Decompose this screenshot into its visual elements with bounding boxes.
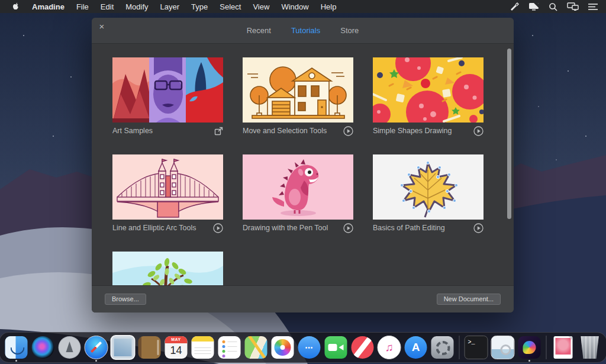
simple-shapes-thumbnail[interactable] bbox=[373, 57, 483, 123]
card-pen-tool[interactable]: Drawing with the Pen Tool bbox=[243, 154, 353, 236]
siri-app-icon bbox=[32, 336, 54, 359]
dock-itunes-icon[interactable]: ♫ bbox=[378, 333, 401, 362]
card-title: Drawing with the Pen Tool bbox=[243, 224, 328, 232]
tab-recent[interactable]: Recent bbox=[247, 26, 271, 35]
dock-notes-icon[interactable] bbox=[191, 333, 215, 362]
dock-news-icon[interactable] bbox=[351, 333, 375, 362]
amadine-app-icon bbox=[518, 336, 541, 359]
facetime-app-icon bbox=[325, 336, 347, 359]
play-icon[interactable] bbox=[213, 223, 223, 233]
play-icon[interactable] bbox=[343, 126, 353, 136]
dock: MAY14•••♫A>_ bbox=[0, 332, 606, 363]
external-link-icon[interactable] bbox=[214, 127, 223, 136]
tutorials-panel: Art Samples bbox=[92, 44, 514, 285]
scrollbar-thumb[interactable] bbox=[507, 49, 511, 219]
menu-help[interactable]: Help bbox=[315, 2, 343, 11]
maps-app-icon bbox=[245, 336, 267, 359]
dock-items: MAY14•••♫A>_ bbox=[5, 333, 602, 362]
line-arc-thumbnail[interactable] bbox=[112, 154, 223, 220]
menu-file[interactable]: File bbox=[70, 2, 95, 11]
messages-app-icon: ••• bbox=[298, 336, 321, 359]
dock-settings-icon[interactable] bbox=[431, 333, 454, 362]
pen-tablet-icon[interactable] bbox=[510, 2, 519, 11]
card-move-selection[interactable]: Move and Selection Tools bbox=[243, 57, 353, 139]
card-path-editing[interactable]: Basics of Path Editing bbox=[373, 154, 483, 236]
card-simple-shapes[interactable]: Simple Shapes Drawing bbox=[373, 57, 483, 139]
notes-app-icon bbox=[192, 336, 214, 359]
itunes-app-icon: ♫ bbox=[378, 336, 401, 359]
preview-app-icon bbox=[491, 336, 515, 359]
displays-icon[interactable] bbox=[567, 2, 579, 11]
news-app-icon bbox=[352, 336, 374, 359]
menu-view[interactable]: View bbox=[247, 2, 275, 11]
dock-amadine-icon[interactable] bbox=[518, 333, 541, 362]
dock-safari-icon[interactable] bbox=[85, 333, 108, 362]
dock-facetime-icon[interactable] bbox=[324, 333, 348, 362]
browse-button[interactable]: Browse... bbox=[105, 294, 146, 305]
display-icon[interactable] bbox=[528, 2, 539, 11]
card-art-samples[interactable]: Art Samples bbox=[112, 57, 223, 139]
dock-divider bbox=[546, 336, 547, 359]
menu-bar: Amadine FileEditModifyLayerTypeSelectVie… bbox=[0, 0, 606, 13]
search-icon[interactable] bbox=[549, 2, 557, 11]
card-title: Line and Elliptic Arc Tools bbox=[112, 224, 196, 232]
dock-messages-icon[interactable]: ••• bbox=[298, 333, 321, 362]
calendar-app-icon: MAY14 bbox=[165, 336, 188, 359]
dock-calendar-icon[interactable]: MAY14 bbox=[165, 333, 188, 362]
card-title: Art Samples bbox=[112, 127, 153, 135]
safari-app-icon bbox=[85, 336, 108, 359]
art-samples-thumbnail[interactable] bbox=[112, 57, 223, 123]
menu-layer[interactable]: Layer bbox=[154, 2, 186, 11]
dock-maps-icon[interactable] bbox=[244, 333, 268, 362]
dock-terminal-icon[interactable]: >_ bbox=[465, 333, 488, 362]
dock-launchpad-icon[interactable] bbox=[58, 333, 82, 362]
tutorial-grid: Art Samples bbox=[92, 44, 514, 285]
pen-tool-thumbnail[interactable] bbox=[243, 154, 353, 220]
play-icon[interactable] bbox=[473, 126, 483, 136]
list-icon[interactable] bbox=[588, 3, 598, 11]
amadine-welcome-window: × RecentTutorialsStore bbox=[92, 18, 514, 313]
dock-appstore-icon[interactable]: A bbox=[404, 333, 428, 362]
dock-reminders-icon[interactable] bbox=[218, 333, 241, 362]
settings-app-icon bbox=[431, 336, 454, 359]
card-line-arc[interactable]: Line and Elliptic Arc Tools bbox=[112, 154, 223, 236]
new-document-button[interactable]: New Document... bbox=[437, 294, 501, 305]
menu-type[interactable]: Type bbox=[185, 2, 214, 11]
close-button[interactable]: × bbox=[95, 20, 108, 33]
apple-menu-icon[interactable] bbox=[6, 2, 26, 11]
dock-divider bbox=[459, 336, 460, 359]
dock-finder-icon[interactable] bbox=[5, 333, 28, 362]
menu-modify[interactable]: Modify bbox=[120, 2, 154, 11]
card-partial[interactable] bbox=[112, 252, 223, 285]
move-selection-thumbnail[interactable] bbox=[243, 57, 353, 123]
dock-siri-icon[interactable] bbox=[31, 333, 55, 362]
path-editing-thumbnail[interactable] bbox=[373, 154, 483, 220]
menu-edit[interactable]: Edit bbox=[95, 2, 120, 11]
contacts-app-icon bbox=[138, 336, 161, 359]
window-footer: Browse... New Document... bbox=[92, 285, 514, 313]
terminal-app-icon: >_ bbox=[465, 336, 488, 359]
tab-store[interactable]: Store bbox=[340, 26, 359, 35]
reminders-app-icon bbox=[218, 336, 241, 359]
dock-mail-icon[interactable] bbox=[111, 333, 135, 362]
tab-bar: RecentTutorialsStore bbox=[247, 26, 359, 35]
play-icon[interactable] bbox=[343, 223, 353, 233]
app-menu[interactable]: Amadine bbox=[26, 2, 70, 11]
card-title: Simple Shapes Drawing bbox=[373, 127, 452, 135]
running-indicator bbox=[528, 360, 530, 362]
dock-photos-icon[interactable] bbox=[271, 333, 295, 362]
running-indicator bbox=[15, 360, 17, 362]
dock-trash-icon[interactable] bbox=[578, 333, 602, 362]
dock-recentfile-icon[interactable] bbox=[552, 333, 575, 362]
partial-thumbnail[interactable] bbox=[112, 252, 223, 285]
menu-window[interactable]: Window bbox=[275, 2, 314, 11]
play-icon[interactable] bbox=[473, 223, 483, 233]
tab-tutorials[interactable]: Tutorials bbox=[291, 26, 320, 35]
card-title: Basics of Path Editing bbox=[373, 224, 445, 232]
running-indicator bbox=[95, 360, 97, 362]
dock-contacts-icon[interactable] bbox=[138, 333, 162, 362]
menu-select[interactable]: Select bbox=[214, 2, 247, 11]
menu-list: FileEditModifyLayerTypeSelectViewWindowH… bbox=[70, 2, 342, 11]
dock-preview-icon[interactable] bbox=[491, 333, 515, 362]
launchpad-app-icon bbox=[59, 336, 81, 359]
